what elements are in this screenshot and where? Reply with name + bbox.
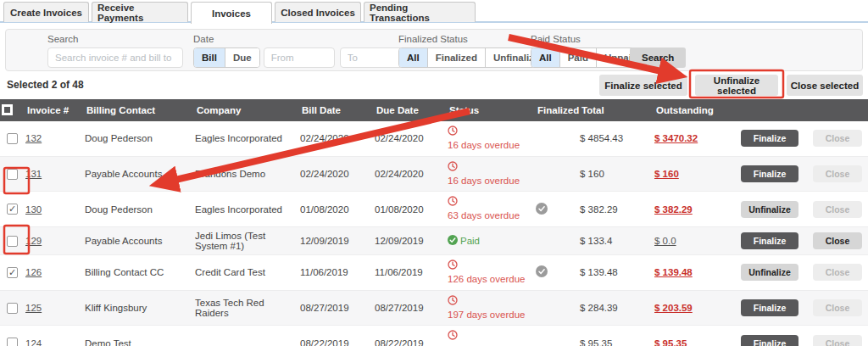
finalized-all-option[interactable]: All	[399, 48, 427, 67]
action-button[interactable]: Finalize	[741, 130, 798, 147]
billing-contact: Doug Pederson	[85, 133, 195, 143]
overdue-clock-icon	[448, 260, 458, 270]
table-row: 129 Payable Accounts Jedi Limos (Test Sy…	[0, 227, 868, 255]
due-date: 01/08/2020	[375, 204, 448, 215]
col-invoice: Invoice #	[25, 105, 85, 115]
status-cell: 63 days overdue	[448, 195, 536, 223]
status-text: 126 days overdue	[448, 272, 525, 287]
action-button[interactable]: Finalize	[741, 165, 798, 182]
close-selected-button[interactable]: Close selected	[787, 75, 863, 96]
status-text: 63 days overdue	[448, 209, 520, 223]
invoice-number-link[interactable]: 130	[25, 204, 42, 215]
overdue-clock-icon	[448, 295, 458, 305]
invoice-number-link[interactable]: 129	[25, 236, 42, 246]
invoice-table-body: 132 Doug Pederson Eagles Incorporated 02…	[0, 121, 868, 346]
outstanding-link[interactable]: $ 203.59	[654, 303, 693, 313]
finalized-status-label: Finalized Status	[398, 34, 468, 44]
close-button[interactable]: Close	[813, 201, 862, 218]
invoice-number-link[interactable]: 132	[25, 133, 42, 143]
action-button[interactable]: Finalize	[741, 335, 798, 346]
filter-panel: Search Date Bill Due Finalized Status Al…	[5, 29, 863, 71]
row-checkbox[interactable]	[7, 338, 18, 346]
date-from-input[interactable]	[264, 47, 335, 68]
paid-check-icon	[448, 235, 458, 245]
action-button[interactable]: Finalize	[741, 232, 798, 249]
due-date: 11/06/2019	[375, 267, 448, 277]
row-checkbox[interactable]	[7, 169, 18, 180]
total-amount: $ 160	[580, 169, 654, 179]
invoice-number-link[interactable]: 124	[25, 338, 42, 346]
paid-status-toggle: All Paid Unpaid	[531, 47, 646, 68]
row-checkbox[interactable]	[7, 133, 18, 144]
col-finalized: Finalized	[536, 105, 580, 115]
invoice-number-link[interactable]: 131	[25, 169, 42, 179]
search-input[interactable]	[47, 47, 183, 68]
close-button[interactable]: Close	[813, 232, 862, 249]
finalized-status-group: Finalized Status All Finalized Unfinaliz…	[398, 30, 526, 70]
outstanding-link[interactable]: $ 382.29	[654, 204, 693, 215]
date-bill-option[interactable]: Bill	[194, 48, 225, 67]
paid-status-label: Paid Status	[531, 34, 581, 44]
table-row: 130 Doug Pederson Eagles Incorporated 01…	[0, 192, 868, 227]
status-cell: 16 days overdue	[448, 160, 536, 188]
outstanding-link[interactable]: $ 3470.32	[654, 133, 698, 143]
status-text: 197 days overdue	[448, 308, 525, 322]
company: Eagles Incorporated	[195, 204, 300, 215]
search-button[interactable]: Search	[630, 47, 686, 68]
outstanding-link[interactable]: $ 139.48	[654, 267, 693, 277]
paid-all-option[interactable]: All	[531, 48, 559, 67]
billing-contact: Billing Contact CC	[85, 267, 195, 277]
close-button[interactable]: Close	[813, 264, 862, 281]
company: Texas Tech Red Raiders	[195, 298, 300, 318]
total-amount: $ 95.35	[580, 338, 654, 346]
tab-create-invoices[interactable]: Create Invoices	[3, 2, 89, 22]
status-text: 16 days overdue	[448, 138, 520, 153]
close-button[interactable]: Close	[813, 335, 862, 346]
action-button[interactable]: Unfinalize	[741, 264, 798, 281]
row-checkbox[interactable]	[7, 236, 18, 247]
close-button[interactable]: Close	[813, 130, 862, 147]
tab-pending-transactions[interactable]: Pending Transactions	[364, 2, 476, 22]
table-header-row: Invoice # Billing Contact Company Bill D…	[0, 99, 868, 121]
invoice-number-link[interactable]: 125	[25, 303, 42, 313]
tab-closed-invoices[interactable]: Closed Invoices	[275, 2, 361, 22]
date-label: Date	[193, 34, 214, 44]
action-button[interactable]: Finalize	[741, 299, 798, 316]
paid-paid-option[interactable]: Paid	[559, 48, 596, 67]
outstanding-link[interactable]: $ 95.35	[654, 338, 687, 346]
bill-date: 08/22/2019	[300, 338, 375, 346]
finalize-selected-button[interactable]: Finalize selected	[599, 75, 687, 96]
select-all-checkbox[interactable]	[2, 104, 13, 115]
tab-invoices[interactable]: Invoices	[191, 2, 272, 24]
tab-receive-payments[interactable]: Receive Payments	[92, 2, 188, 22]
action-button[interactable]: Unfinalize	[741, 201, 798, 218]
status-cell: Paid	[448, 234, 536, 248]
unfinalize-selected-button[interactable]: Unfinalize selected	[695, 75, 778, 96]
outstanding-link[interactable]: $ 160	[654, 169, 679, 179]
total-amount: $ 284.39	[580, 303, 654, 313]
search-filter-group: Search	[47, 30, 192, 70]
row-checkbox[interactable]	[7, 204, 18, 215]
date-due-option[interactable]: Due	[225, 48, 259, 67]
close-button[interactable]: Close	[813, 165, 862, 182]
status-cell: 197 days overdue	[448, 294, 536, 322]
finalized-check-icon	[536, 206, 548, 216]
col-bill-date: Bill Date	[300, 105, 375, 115]
billing-contact: Demo Test	[85, 338, 195, 346]
outstanding-link[interactable]: $ 0.0	[654, 236, 676, 246]
company: Brandons Demo	[195, 169, 300, 179]
invoice-number-link[interactable]: 126	[25, 267, 42, 277]
close-button[interactable]: Close	[813, 299, 862, 316]
company: Credit Card Test	[195, 267, 300, 277]
row-checkbox[interactable]	[7, 267, 18, 278]
status-text: 202 days overdue	[448, 343, 525, 346]
search-label: Search	[47, 34, 78, 44]
tabbar: Create Invoices Receive Payments Invoice…	[3, 2, 478, 22]
row-checkbox[interactable]	[7, 303, 18, 314]
billing-contact: Kliff Kingsbury	[85, 303, 195, 313]
due-date: 08/22/2019	[375, 338, 448, 346]
table-row: 124 Demo Test 08/22/2019 08/22/2019 202 …	[0, 326, 868, 346]
bill-date: 02/24/2020	[300, 169, 375, 179]
finalized-finalized-option[interactable]: Finalized	[427, 48, 485, 67]
due-date: 12/09/2019	[375, 236, 448, 246]
